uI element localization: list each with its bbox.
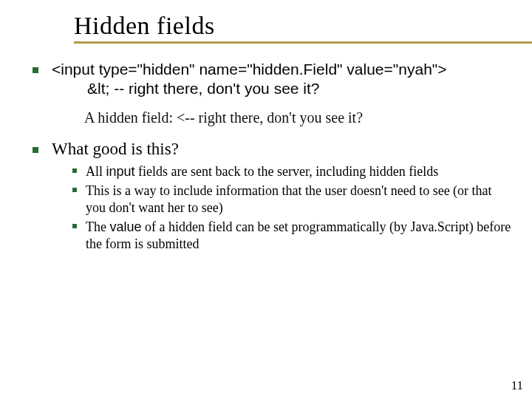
sub-bullet-1: All input fields are sent back to the se… [52,163,511,180]
sub3-post: of a hidden field can be set programmati… [86,219,511,251]
rendered-output-text: A hidden field: <-- right there, don't y… [84,109,363,126]
rendered-output-box: A hidden field: <-- right there, don't y… [84,109,511,126]
page-number: 11 [511,378,523,393]
code-line-2: &lt; -- right there, don't you see it? [52,79,511,98]
code-line-1: <input type="hidden" name="hidden.Field"… [52,61,447,78]
sub3-pre: The [86,219,109,234]
bullet-question: What good is this? All input fields are … [21,140,511,253]
sub-bullet-2: This is a way to include information tha… [52,183,511,216]
slide-title: Hidden fields [74,12,511,40]
title-block: Hidden fields [74,12,511,44]
sub2-text: This is a way to include information tha… [86,183,492,215]
sub-bullet-list: All input fields are sent back to the se… [52,163,511,253]
bullet-list: <input type="hidden" name="hidden.Field"… [21,60,511,252]
title-underline [74,41,532,44]
sub1-post: fields are sent back to the server, incl… [135,164,439,179]
sub1-code: input [106,164,135,179]
question-text: What good is this? [52,140,179,158]
sub1-pre: All [86,164,106,179]
slide: Hidden fields <input type="hidden" name=… [0,0,532,399]
sub-bullet-3: The value of a hidden field can be set p… [52,219,511,252]
bullet-code-example: <input type="hidden" name="hidden.Field"… [21,60,511,126]
slide-body: <input type="hidden" name="hidden.Field"… [21,60,511,252]
sub3-code: value [109,219,141,234]
